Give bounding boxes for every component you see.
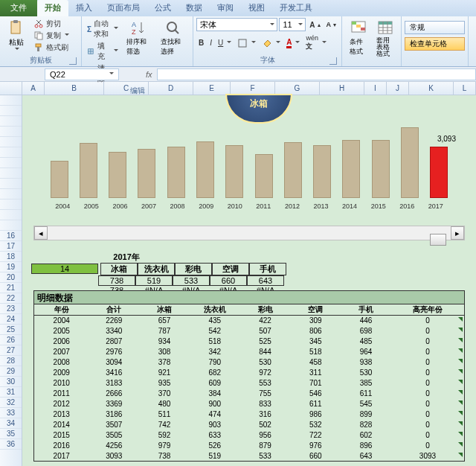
tab-formulas[interactable]: 公式 [147,0,178,16]
fill-button[interactable]: 填充 [85,40,120,63]
chart-bar[interactable] [196,141,214,198]
row-header[interactable] [0,200,22,210]
phonetic-button[interactable]: wén文 [303,33,329,52]
row-header[interactable]: 26 [0,335,22,345]
name-box[interactable]: Q22 [45,68,119,80]
row-header[interactable]: 24 [0,314,22,325]
tab-home[interactable]: 开始 [37,0,68,16]
row-header[interactable]: 19 [0,262,22,272]
italic-button[interactable]: I [208,38,214,48]
row-header[interactable] [0,95,22,106]
scroll-left-button[interactable]: ◂ [34,226,48,240]
row-header[interactable]: 32 [0,398,22,408]
row-header[interactable] [0,106,22,116]
formula-bar[interactable] [157,68,476,80]
row-header[interactable] [0,127,22,137]
chart-bar[interactable] [342,140,360,198]
scroll-thumb[interactable] [430,234,446,246]
chart-bar[interactable] [80,143,97,198]
sheet-content[interactable]: 冰箱 3,093 2004200520062007200820092010201… [22,95,476,466]
font-name-select[interactable]: 宋体 [196,18,277,31]
row-header[interactable]: 21 [0,283,22,293]
dialog-launcher-icon[interactable] [329,57,337,65]
conditional-format-button[interactable]: 条件格式 [345,18,372,59]
underline-button[interactable]: U [216,38,234,48]
tab-insert[interactable]: 插入 [68,0,100,16]
row-header[interactable]: 17 [0,241,22,252]
font-color-button[interactable]: A [284,37,302,49]
row-header[interactable] [0,116,22,127]
chart-bar[interactable] [284,142,302,198]
chart-bar[interactable] [372,140,390,198]
row-header[interactable]: 25 [0,325,22,335]
chart-bar[interactable] [109,152,126,198]
row-header[interactable]: 27 [0,345,22,356]
select-all-corner[interactable] [0,82,22,95]
chart-bar[interactable] [430,147,448,198]
row-header[interactable]: 33 [0,408,22,418]
row-header[interactable]: 30 [0,377,22,387]
chart-bar[interactable] [225,145,243,198]
row-header[interactable]: 20 [0,272,22,283]
paste-button[interactable]: 粘贴 [3,18,30,54]
row-header[interactable]: 16 [0,231,22,241]
row-header[interactable] [0,158,22,168]
tab-layout[interactable]: 页面布局 [100,0,147,16]
row-header[interactable]: 23 [0,304,22,314]
font-size-select[interactable]: 11 [279,18,306,31]
embedded-chart[interactable]: 冰箱 3,093 2004200520062007200820092010201… [33,95,465,222]
col-H[interactable]: H [320,82,364,95]
row-header[interactable]: 18 [0,252,22,262]
chart-bar[interactable] [313,145,331,198]
row-header[interactable] [0,147,22,158]
col-J[interactable]: J [387,82,409,95]
copy-button[interactable]: 复制 [31,30,71,42]
row-header[interactable] [0,210,22,220]
chart-bar[interactable] [138,149,155,198]
tab-review[interactable]: 审阅 [210,0,241,16]
col-I[interactable]: I [364,82,387,95]
col-L[interactable]: L [454,82,476,95]
format-table-button[interactable]: 套用 表格格式 [372,18,399,59]
fx-icon[interactable]: fx [146,70,152,79]
row-header[interactable]: 34 [0,418,22,429]
row-header[interactable]: 28 [0,356,22,366]
col-F[interactable]: F [231,82,275,95]
chart-bar[interactable] [167,147,185,198]
row-header[interactable]: 36 [0,439,22,450]
fill-color-button[interactable] [260,37,283,49]
col-A[interactable]: A [22,82,45,95]
chart-bar[interactable] [255,154,273,198]
row-header[interactable]: 35 [0,429,22,439]
col-K[interactable]: K [409,82,454,95]
row-header[interactable]: 31 [0,387,22,398]
group-label-font: 字体 [196,54,338,66]
chart-bar[interactable] [401,127,419,198]
col-E[interactable]: E [193,82,231,95]
style-normal[interactable]: 常规 [405,21,465,34]
cut-button[interactable]: 剪切 [31,18,71,30]
format-painter-button[interactable]: 格式刷 [31,42,71,54]
border-button[interactable] [235,37,258,49]
scroll-right-button[interactable]: ▸ [451,226,464,240]
file-tab[interactable]: 文件 [0,0,37,16]
decrease-font-button[interactable]: A▾ [324,20,339,29]
autosum-button[interactable]: Σ自动求和 [85,18,120,40]
bold-button[interactable]: B [196,38,206,48]
row-header[interactable] [0,179,22,189]
row-header[interactable]: 29 [0,366,22,377]
col-G[interactable]: G [275,82,320,95]
dialog-launcher-icon[interactable] [69,57,77,65]
tab-view[interactable]: 视图 [241,0,272,16]
row-header[interactable] [0,168,22,179]
row-header[interactable] [0,220,22,231]
chart-scrollbar[interactable]: ◂ ▸ [33,226,465,240]
row-header[interactable] [0,137,22,147]
tab-dev[interactable]: 开发工具 [272,0,320,16]
row-header[interactable] [0,189,22,200]
row-header[interactable]: 22 [0,293,22,304]
increase-font-button[interactable]: A▴ [307,20,322,30]
chart-bar[interactable] [51,161,68,198]
style-check-cell[interactable]: 检查单元格 [405,37,465,51]
tab-data[interactable]: 数据 [178,0,210,16]
